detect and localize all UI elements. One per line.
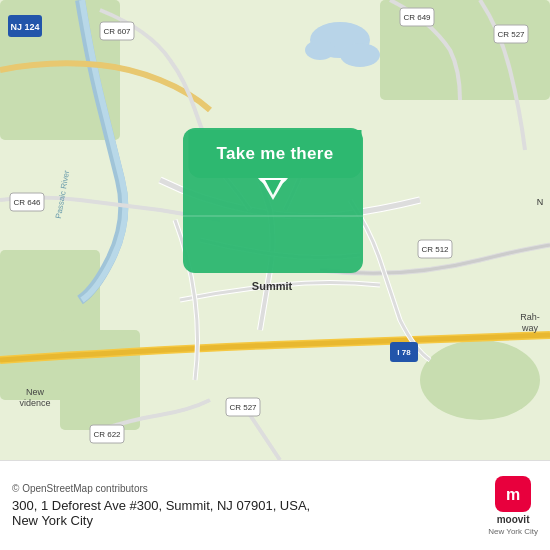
attribution-text: © OpenStreetMap contributors [12,483,148,494]
button-overlay: Take me there [189,130,362,178]
svg-text:Rah-: Rah- [520,312,540,322]
svg-text:Summit: Summit [252,280,293,292]
address-line2: New York City [12,513,476,528]
moovit-label: moovit [497,514,530,525]
svg-text:CR 512: CR 512 [421,245,449,254]
info-bar: © OpenStreetMap contributors 300, 1 Defo… [0,460,550,550]
map-container: NJ 124 CR 607 CR 649 CR 527 CR 646 CR 51… [0,0,550,460]
svg-text:New: New [26,387,45,397]
svg-text:vidence: vidence [19,398,50,408]
moovit-logo[interactable]: m moovit New York City [488,476,538,536]
svg-point-2 [340,43,380,67]
attribution: © OpenStreetMap contributors [12,483,476,494]
svg-text:CR 527: CR 527 [229,403,257,412]
svg-text:CR 622: CR 622 [93,430,121,439]
svg-text:CR 646: CR 646 [13,198,41,207]
svg-text:way: way [521,323,539,333]
svg-text:N: N [537,197,544,207]
svg-text:m: m [506,486,520,503]
moovit-sublabel: New York City [488,527,538,536]
moovit-icon: m [495,476,531,512]
svg-text:NJ 124: NJ 124 [10,22,39,32]
address-section: © OpenStreetMap contributors 300, 1 Defo… [12,483,476,528]
svg-text:CR 527: CR 527 [497,30,525,39]
svg-text:I 78: I 78 [397,348,411,357]
svg-text:CR 607: CR 607 [103,27,131,36]
take-me-there-button[interactable]: Take me there [189,130,362,178]
svg-rect-7 [60,330,140,430]
svg-point-3 [305,40,335,60]
map-svg: NJ 124 CR 607 CR 649 CR 527 CR 646 CR 51… [0,0,550,460]
svg-text:CR 649: CR 649 [403,13,431,22]
address-line1: 300, 1 Deforest Ave #300, Summit, NJ 079… [12,498,476,513]
svg-point-8 [420,340,540,420]
